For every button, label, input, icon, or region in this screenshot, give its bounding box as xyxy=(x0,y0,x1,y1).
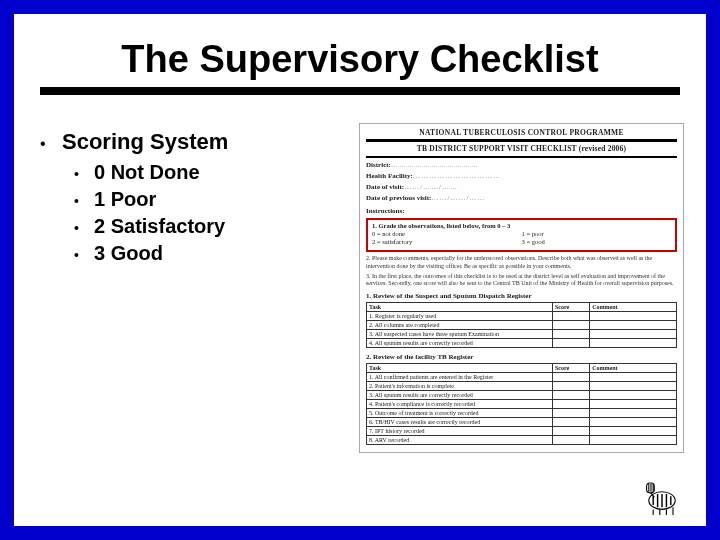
doc-field-facility: Health Facility:…………………………… xyxy=(366,172,677,180)
table-row: 2. All columns are completed xyxy=(367,321,677,330)
bullet-dot: • xyxy=(74,166,94,182)
grade-title: 1. Grade the observations, listed below,… xyxy=(372,222,671,230)
bullet-level2: • 1 Poor xyxy=(74,188,347,211)
table-row: 1. Register is regularly used xyxy=(367,312,677,321)
zebra-icon xyxy=(640,472,684,516)
grade-item: 0 = not done xyxy=(372,230,521,238)
table-row: 4. All sputum results are correctly reco… xyxy=(367,339,677,348)
doc-field-date: Date of visit:……/……/…… xyxy=(366,183,677,191)
table-row: 5. Outcome of treatment is correctly rec… xyxy=(367,409,677,418)
bullet-level2: • 2 Satisfactory xyxy=(74,215,347,238)
grade-item: 2 = satisfactory xyxy=(372,238,521,246)
doc-header2: TB DISTRICT SUPPORT VISIT CHECKLIST (rev… xyxy=(366,144,677,153)
bullet-dot: • xyxy=(40,135,62,153)
th-score: Score xyxy=(553,364,590,373)
th-comment: Comment xyxy=(590,303,677,312)
table-row: 1. All confirmed patients are entered in… xyxy=(367,373,677,382)
bullet-dot: • xyxy=(74,220,94,236)
th-comment: Comment xyxy=(590,364,677,373)
doc-section-heading: 1. Review of the Suspect and Sputum Disp… xyxy=(366,292,677,300)
doc-field-district: District:…………………………… xyxy=(366,161,677,169)
grade-box-highlighted: 1. Grade the observations, listed below,… xyxy=(366,218,677,252)
slide-title: The Supervisory Checklist xyxy=(36,38,684,81)
doc-table-1: Task Score Comment 1. Register is regula… xyxy=(366,302,677,348)
doc-instructions-label: Instructions: xyxy=(366,207,677,215)
bullet-dot: • xyxy=(74,193,94,209)
embedded-document: NATIONAL TUBERCULOSIS CONTROL PROGRAMME … xyxy=(359,123,684,453)
th-task: Task xyxy=(367,364,553,373)
doc-rule xyxy=(366,139,677,142)
bullet-label: 0 Not Done xyxy=(94,161,200,184)
bullet-dot: • xyxy=(74,247,94,263)
doc-section-heading: 2. Review of the facility TB Register xyxy=(366,353,677,361)
bullet-level2: • 3 Good xyxy=(74,242,347,265)
table-header-row: Task Score Comment xyxy=(367,364,677,373)
table-row: 6. TB/HIV cases results are correctly re… xyxy=(367,418,677,427)
doc-header1: NATIONAL TUBERCULOSIS CONTROL PROGRAMME xyxy=(366,128,677,137)
slide: The Supervisory Checklist • Scoring Syst… xyxy=(14,14,706,526)
doc-table-2: Task Score Comment 1. All confirmed pati… xyxy=(366,363,677,445)
th-score: Score xyxy=(553,303,590,312)
bullet-list: • Scoring System • 0 Not Done • 1 Poor •… xyxy=(36,123,347,269)
content-row: • Scoring System • 0 Not Done • 1 Poor •… xyxy=(36,123,684,453)
bullet-level1: • Scoring System xyxy=(40,129,347,155)
grade-item: 1 = poor xyxy=(522,230,671,238)
table-row: 3. All sputum results are correctly reco… xyxy=(367,391,677,400)
grade-row: 0 = not done 1 = poor xyxy=(372,230,671,238)
bullet-label: 3 Good xyxy=(94,242,163,265)
th-task: Task xyxy=(367,303,553,312)
bullet-label: 1 Poor xyxy=(94,188,156,211)
title-rule xyxy=(40,87,680,95)
table-row: 8. ARV recorded xyxy=(367,436,677,445)
bullet-label: 2 Satisfactory xyxy=(94,215,225,238)
table-row: 3. All suspected cases have three sputum… xyxy=(367,330,677,339)
table-header-row: Task Score Comment xyxy=(367,303,677,312)
doc-note: 3. In the first place, the outcomes of t… xyxy=(366,273,677,287)
doc-rule xyxy=(366,156,677,159)
table-row: 2. Patient's information is complete xyxy=(367,382,677,391)
table-row: 7. IPT history recorded xyxy=(367,427,677,436)
bullet-label: Scoring System xyxy=(62,129,228,155)
table-row: 4. Patient's compliance is correctly rec… xyxy=(367,400,677,409)
grade-row: 2 = satisfactory 3 = good xyxy=(372,238,671,246)
bullet-level2: • 0 Not Done xyxy=(74,161,347,184)
doc-note: 2. Please make comments, especially for … xyxy=(366,255,677,269)
doc-field-prev: Date of previous visit:……/……/…… xyxy=(366,194,677,202)
grade-item: 3 = good xyxy=(522,238,671,246)
